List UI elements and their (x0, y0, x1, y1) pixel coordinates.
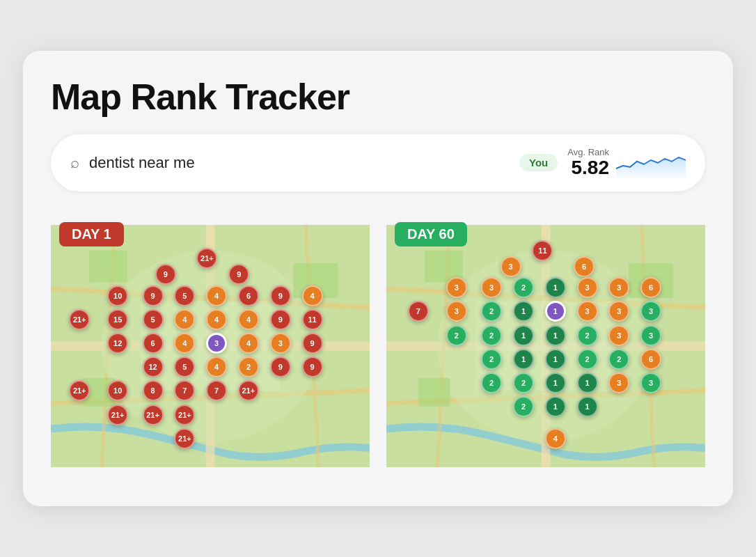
map-pin: 9 (270, 285, 291, 306)
map-pin: 1 (513, 325, 534, 346)
search-query: dentist near me (89, 154, 510, 172)
map-pin: 9 (143, 285, 164, 306)
map-pin: 1 (513, 349, 534, 370)
map-pin: 2 (481, 349, 502, 370)
map-pin: 2 (513, 372, 534, 393)
map-pin: 3 (608, 325, 629, 346)
day60-pins: 1136332133673211333221123321122622113321… (386, 214, 705, 478)
map-pin: 1 (545, 372, 566, 393)
map-pin: 7 (206, 380, 227, 401)
map-pin: 21+ (196, 248, 217, 269)
map-pin: 11 (302, 309, 323, 330)
map-pin: 5 (143, 309, 164, 330)
map-pin: 9 (228, 264, 249, 285)
avg-rank-label-group: Avg. Rank 5.82 (567, 147, 609, 179)
map-pin: 10 (107, 380, 128, 401)
map-pin: 11 (532, 240, 553, 261)
map-pin: 1 (577, 372, 598, 393)
map-pin: 2 (513, 396, 534, 417)
map-pin: 3 (608, 372, 629, 393)
map-pin: 5 (174, 356, 195, 377)
map-pin: 4 (545, 428, 566, 449)
map-pin: 2 (481, 325, 502, 346)
map-pin: 3 (577, 301, 598, 322)
map-pin: 4 (174, 309, 195, 330)
sparkline-chart (616, 148, 686, 178)
map-pin: 9 (270, 309, 291, 330)
map-pin: 6 (574, 256, 594, 277)
maps-row: DAY 1 21+991095469421+155444911126434391… (51, 214, 705, 478)
map-pin: 12 (107, 333, 128, 354)
search-bar: ⌕ dentist near me You Avg. Rank 5.82 (51, 134, 705, 191)
map-pin: 2 (481, 372, 502, 393)
map-pin: 9 (270, 356, 291, 377)
map-pin: 21+ (174, 405, 195, 425)
map-pin: 9 (302, 356, 323, 377)
map-pin: 2 (238, 356, 259, 377)
map-pin: 6 (640, 349, 661, 370)
map-pin: 10 (107, 285, 128, 306)
map-pin: 2 (446, 325, 467, 346)
map-pin: 3 (577, 277, 598, 298)
map-pin: 4 (206, 285, 227, 306)
map-pin: 1 (545, 277, 566, 298)
map-pin: 3 (640, 301, 661, 322)
map-pin: 8 (143, 380, 164, 401)
map-pin: 3 (270, 333, 291, 354)
map-pin: 3 (481, 277, 502, 298)
map-pin: 9 (155, 264, 176, 285)
map-pin: 21+ (238, 380, 259, 401)
map-pin: 2 (481, 301, 502, 322)
map-pin: 3 (206, 333, 227, 354)
map-pin: 21+ (69, 309, 90, 330)
map-pin: 4 (238, 309, 259, 330)
map-pin: 21+ (174, 428, 195, 449)
map-pin: 6 (143, 333, 164, 354)
day1-map: DAY 1 21+991095469421+155444911126434391… (51, 214, 370, 478)
map-pin: 1 (577, 396, 598, 417)
day60-map: DAY 60 113633213367321133322112332112262… (386, 214, 705, 478)
main-card: Map Rank Tracker ⌕ dentist near me You A… (23, 51, 733, 506)
map-pin: 2 (577, 349, 598, 370)
map-pin: 4 (238, 333, 259, 354)
map-pin: 2 (513, 277, 534, 298)
map-pin: 3 (640, 372, 661, 393)
search-icon: ⌕ (70, 154, 79, 172)
map-pin: 6 (238, 285, 259, 306)
map-pin: 3 (640, 325, 661, 346)
avg-rank-value: 5.82 (572, 157, 610, 179)
map-pin: 7 (408, 301, 429, 322)
map-pin: 1 (545, 396, 566, 417)
map-pin: 12 (143, 356, 164, 377)
map-pin: 3 (501, 256, 521, 277)
map-pin: 1 (545, 349, 566, 370)
map-pin: 6 (640, 277, 661, 298)
page-title: Map Rank Tracker (51, 76, 705, 118)
map-pin: 2 (577, 325, 598, 346)
map-pin: 4 (206, 356, 227, 377)
map-pin: 21+ (69, 380, 90, 401)
you-badge: You (519, 154, 558, 171)
map-pin: 15 (107, 309, 128, 330)
day1-pins: 21+991095469421+155444911126434391254299… (51, 214, 370, 478)
map-pin: 5 (174, 285, 195, 306)
map-pin: 4 (174, 333, 195, 354)
map-pin: 7 (174, 380, 195, 401)
map-pin: 3 (608, 277, 629, 298)
map-pin: 1 (513, 301, 534, 322)
avg-rank-section: Avg. Rank 5.82 (567, 147, 686, 179)
day60-label: DAY 60 (395, 222, 467, 246)
map-pin: 21+ (143, 405, 164, 425)
map-pin: 2 (608, 349, 629, 370)
map-pin: 9 (302, 333, 323, 354)
avg-rank-label: Avg. Rank (567, 147, 609, 157)
map-pin: 4 (206, 309, 227, 330)
map-pin: 21+ (107, 405, 128, 425)
map-pin: 3 (446, 277, 467, 298)
day1-label: DAY 1 (59, 222, 124, 246)
map-pin: 3 (446, 301, 467, 322)
map-pin: 3 (608, 301, 629, 322)
map-pin: 4 (302, 285, 323, 306)
map-pin: 1 (545, 301, 566, 322)
map-pin: 1 (545, 325, 566, 346)
